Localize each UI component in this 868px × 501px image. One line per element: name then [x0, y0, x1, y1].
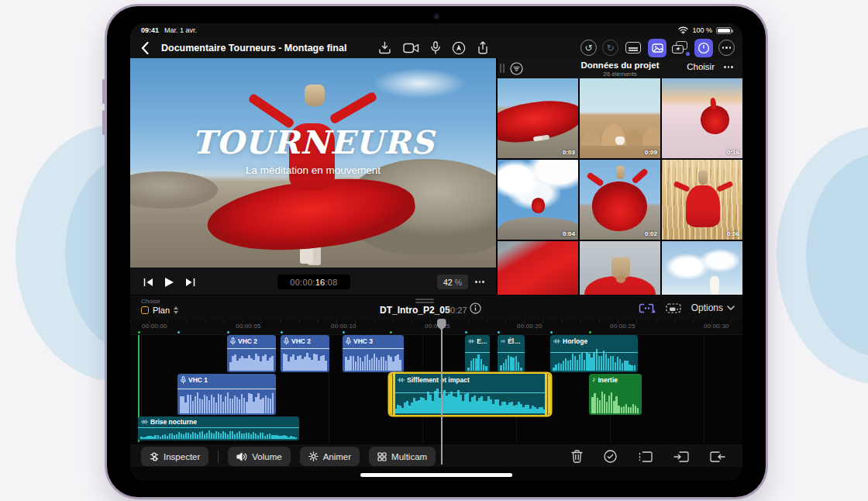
- video-viewer[interactable]: TOURNEURS La méditation en mouvement: [130, 58, 496, 268]
- clip-marker: [343, 331, 345, 333]
- append-clip-icon[interactable]: [710, 451, 725, 462]
- media-thumbnail[interactable]: 0:03: [498, 78, 578, 158]
- clip-marker: [281, 331, 283, 333]
- volume-button-up: [102, 79, 105, 104]
- battery-percent: 100 %: [692, 26, 712, 34]
- choose-hint: Choisir: [141, 298, 160, 305]
- timeline-clip[interactable]: VHC 1: [177, 374, 276, 415]
- previous-frame-button[interactable]: [138, 268, 158, 295]
- clip-duration-badge: 0:02: [645, 230, 657, 237]
- media-thumbnail[interactable]: 0:16: [662, 78, 742, 158]
- timeline-ruler[interactable]: 00:00:00 00:00:05 00:00:10 00:00:15 00:0…: [130, 320, 742, 335]
- more-icon[interactable]: [718, 40, 735, 56]
- timeline-clip[interactable]: Élév…: [498, 335, 525, 372]
- wifi-icon: [678, 26, 688, 34]
- clip-marker: [465, 331, 467, 333]
- options-button[interactable]: Options: [691, 302, 735, 313]
- thumb-art: [699, 104, 731, 136]
- project-title: Documentaire Tourneurs - Montage final: [161, 43, 346, 54]
- share-icon[interactable]: [477, 41, 488, 54]
- back-button[interactable]: [141, 41, 155, 55]
- timeline-drag-handle[interactable]: [415, 299, 434, 300]
- media-thumbnail[interactable]: 0:04: [498, 160, 578, 240]
- media-thumbnail[interactable]: 0:09: [580, 78, 660, 158]
- thumb-hat: [698, 171, 708, 185]
- page-background: 09:41 Mar. 1 avr. 100 % Documentaire Tou…: [0, 0, 868, 501]
- volume-button[interactable]: Volume: [228, 447, 290, 466]
- battery-icon: [716, 27, 732, 34]
- overlay-view-icon[interactable]: [666, 303, 681, 313]
- next-frame-button[interactable]: [180, 268, 200, 295]
- multicam-button[interactable]: Multicam: [369, 447, 436, 466]
- clip-duration-badge: 0:09: [645, 149, 657, 156]
- media-browser-icon[interactable]: [648, 39, 666, 57]
- select-button[interactable]: Choisir: [687, 62, 715, 71]
- insert-clip-icon[interactable]: [673, 451, 689, 462]
- trash-icon[interactable]: [571, 450, 583, 463]
- thumb-art: [590, 179, 648, 233]
- check-circle-icon[interactable]: [604, 450, 617, 463]
- media-thumbnail[interactable]: 0:02: [580, 160, 660, 240]
- effects-icon[interactable]: ★: [672, 41, 689, 55]
- animate-button[interactable]: Animer: [300, 447, 360, 466]
- clip-duration-badge: 0:06: [727, 230, 739, 237]
- screen: 09:41 Mar. 1 avr. 100 % Documentaire Tou…: [130, 23, 742, 481]
- clip-marker: [498, 331, 500, 333]
- clip-marker: [550, 331, 553, 333]
- media-thumbnail[interactable]: [580, 241, 660, 295]
- volume-button-down: [102, 110, 105, 135]
- undo-icon[interactable]: ↺: [580, 40, 597, 56]
- status-date: Mar. 1 avr.: [164, 26, 197, 34]
- thumb-figure: [710, 276, 718, 295]
- media-thumbnail[interactable]: 0:06: [662, 160, 742, 240]
- timeline-clip[interactable]: ♪Inertie: [589, 374, 642, 415]
- browser-more-icon[interactable]: [724, 66, 733, 68]
- ruler-label: 00:00:10: [331, 323, 356, 330]
- timeline-clip[interactable]: VHC 2: [227, 335, 276, 372]
- clip-duration-badge: 0:16: [727, 149, 739, 156]
- jog-wheel-icon[interactable]: [694, 39, 713, 57]
- plan-icon: [141, 306, 149, 314]
- timeline-clip[interactable]: VHC 2: [281, 335, 329, 372]
- bottom-action-bar: Inspecter Volume Animer Multicam: [130, 444, 742, 467]
- replace-clip-icon[interactable]: [638, 451, 653, 462]
- pointer-icon[interactable]: [452, 41, 466, 55]
- import-icon[interactable]: [378, 41, 391, 54]
- camera-icon[interactable]: [403, 43, 419, 54]
- ruler-label: 00:00:30: [704, 323, 729, 330]
- timeline-clip-duration: 00:27: [446, 306, 467, 315]
- thumb-art: [662, 241, 742, 295]
- timeline-clip[interactable]: Horloge: [550, 335, 638, 372]
- browser-header: Données du projet 26 éléments Choisir: [496, 58, 742, 78]
- home-indicator[interactable]: [360, 473, 512, 477]
- play-button[interactable]: [159, 268, 179, 295]
- timeline-tracks[interactable]: VHC 2 VHC 2 VHC 3 E… Élév…: [130, 335, 742, 444]
- app-toolbar: Documentaire Tourneurs - Montage final ↺…: [130, 37, 742, 58]
- connected-clips-icon[interactable]: [639, 303, 656, 313]
- redo-icon[interactable]: ↻: [602, 40, 618, 56]
- mic-icon[interactable]: [431, 41, 440, 54]
- timeline-clip-selected[interactable]: Sifflement et impact: [390, 374, 550, 415]
- thumb-art: [686, 185, 720, 227]
- zoom-level-button[interactable]: 42%: [437, 275, 468, 289]
- viewer-more-icon[interactable]: [470, 268, 490, 295]
- media-thumbnail[interactable]: [662, 241, 742, 295]
- playhead[interactable]: [441, 319, 443, 465]
- media-thumbnail[interactable]: [498, 241, 578, 295]
- chevron-updown-icon: [174, 306, 178, 314]
- ipad-device-frame: 09:41 Mar. 1 avr. 100 % Documentaire Tou…: [107, 6, 766, 497]
- clip-marker: [138, 331, 140, 333]
- timeline-clip[interactable]: E…: [465, 335, 490, 372]
- ruler-label: 00:00:25: [610, 323, 636, 330]
- clip-marker: [227, 331, 229, 333]
- info-icon[interactable]: [470, 302, 481, 314]
- titles-icon[interactable]: [624, 39, 642, 57]
- timeline-clip[interactable]: Brise nocturne: [138, 416, 299, 441]
- scope-label: Plan: [153, 306, 170, 315]
- transport-bar: 00:00:16:08 42%: [130, 268, 496, 295]
- scope-selector[interactable]: Plan: [141, 306, 178, 315]
- timeline-clip[interactable]: VHC 3: [343, 335, 404, 372]
- viewer-rocks-left: [130, 171, 218, 209]
- media-grid: 0:03 0:09 0:16 0:04 0:02 0:06: [498, 78, 742, 295]
- inspect-button[interactable]: Inspecter: [141, 447, 208, 466]
